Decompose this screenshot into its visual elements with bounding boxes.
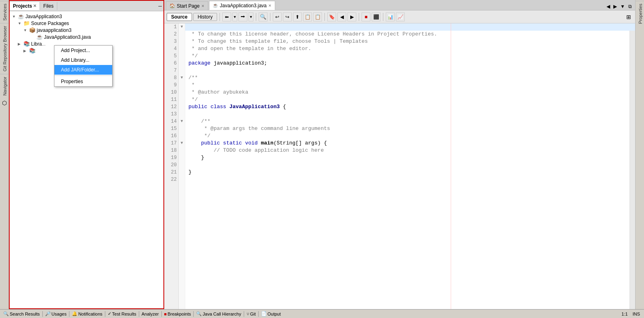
toolbar-btn-4[interactable]: ↪ (283, 13, 292, 21)
toolbar-btn-dropdown[interactable]: ▼ (232, 13, 237, 21)
toolbar-btn-1[interactable]: ⬅ (222, 13, 231, 21)
tab-start-page[interactable]: 🏠 Start Page ✕ (166, 1, 208, 10)
line-number: 13 (164, 111, 178, 118)
line-number: 16 (164, 132, 178, 140)
tree-root[interactable]: ▼ ☕ JavaApplication3 (11, 13, 162, 20)
code-line: public class JavaApplication3 { (188, 103, 626, 111)
tab-java-file[interactable]: ☕ JavaApplication3.java ✕ (209, 1, 275, 10)
git-repo-browser-icon[interactable]: Git Repository Browser (0, 23, 8, 74)
line-number: 12 (164, 103, 178, 111)
code-line: // TODO code application logic here (188, 147, 626, 154)
line-number: 4 (164, 45, 178, 52)
toolbar-btn-dropdown2[interactable]: ▼ (249, 13, 253, 21)
line-number: 18 (164, 147, 178, 154)
line-number: 8 (164, 74, 178, 82)
toolbar-btn-2[interactable]: ⮕ (238, 13, 247, 21)
code-line: package javaapplication3; (188, 60, 626, 67)
tree-source-packages[interactable]: ▼ 📁 Source Packages (11, 20, 162, 27)
toolbar-btn-6[interactable]: 📋 (303, 13, 312, 21)
code-line (188, 67, 626, 74)
context-menu-add-jar[interactable]: Add JAR/Folder... (54, 65, 112, 75)
editor-tab-nav-fwd[interactable]: ▶ (612, 3, 619, 10)
toolbar-btn-9[interactable]: 📈 (396, 13, 405, 21)
palette-icon[interactable]: ⬡ (0, 98, 8, 108)
line-number: 22 (164, 176, 178, 183)
line-number: 6 (164, 60, 178, 67)
line-number: 15 (164, 125, 178, 132)
properties-sidebar[interactable]: Properties (636, 1, 644, 26)
line-numbers: 1 2 3 4 5 6 7 8 9 10 11 12 13 14 15 16 1 (164, 23, 179, 309)
java-file-close[interactable]: ✕ (268, 4, 272, 8)
source-button[interactable]: Source (167, 13, 192, 21)
tree-file[interactable]: ☕ JavaApplication3.java (11, 33, 162, 40)
code-line: public static void main(String[] args) { (188, 140, 626, 147)
fold-marker[interactable]: ▼ (179, 23, 185, 31)
context-menu-add-library[interactable]: Add Library... (54, 55, 112, 65)
code-line: * and open the template in the editor. (188, 45, 626, 52)
code-line (188, 176, 626, 183)
files-tab[interactable]: Files (40, 2, 57, 10)
editor-tab-nav-back[interactable]: ◀ (605, 3, 612, 10)
editor-tab-menu[interactable]: ▼ (619, 3, 627, 10)
projects-tab[interactable]: Projects ✕ (10, 2, 40, 10)
code-line: /** (188, 118, 626, 125)
code-line: * To change this template file, choose T… (188, 38, 626, 45)
code-line: */ (188, 132, 626, 140)
toolbar-toggle-bookmark[interactable]: 🔖 (327, 13, 336, 21)
bottom-breakpoints[interactable]: ■ Breakpoints (163, 312, 193, 316)
bottom-search-results[interactable]: 🔍 Search Results (2, 311, 42, 316)
toolbar-stop[interactable]: ⬛ (372, 13, 381, 21)
code-line: * @param args the command line arguments (188, 125, 626, 132)
navigator-icon[interactable]: Navigator (0, 74, 8, 98)
line-number: 3 (164, 38, 178, 45)
bottom-output[interactable]: 📄 Output (259, 311, 282, 316)
line-number: 7 (164, 67, 178, 74)
history-button[interactable]: History (193, 13, 217, 21)
line-number: 17 (164, 140, 178, 147)
toolbar-next-bookmark[interactable]: ▶ (347, 13, 356, 21)
toolbar-btn-8[interactable]: 📊 (386, 13, 395, 21)
bottom-test-results[interactable]: ✓ Test Results (106, 311, 138, 316)
toolbar-btn-3[interactable]: ↩ (273, 13, 282, 21)
code-line: /** (188, 74, 626, 82)
projects-tab-close[interactable]: ✕ (33, 4, 36, 8)
panel-minimize[interactable]: ─ (158, 3, 162, 9)
bottom-call-hierarchy[interactable]: 🔍 Java Call Hierarchy (194, 311, 243, 316)
toolbar-run[interactable]: ■ (362, 13, 370, 21)
expand-editor[interactable]: ⊞ (625, 13, 633, 21)
start-page-close[interactable]: ✕ (201, 4, 205, 8)
code-line: } (188, 169, 626, 176)
bottom-usages[interactable]: 🔎 Usages (44, 311, 68, 316)
context-menu: Add Project... Add Library... Add JAR/Fo… (54, 45, 113, 87)
fold-marker[interactable]: ▼ (179, 74, 185, 82)
services-sidebar-icon[interactable]: Services (0, 1, 8, 23)
code-line: */ (188, 52, 626, 60)
status-position: 1:1 (619, 312, 630, 316)
fold-marker[interactable]: ▼ (179, 118, 185, 125)
bottom-git[interactable]: ⑂ Git (245, 312, 257, 316)
fold-gutter: ▼ ▼ ▼ ▼ (179, 23, 185, 309)
tree-package[interactable]: ▼ 📦 javaapplication3 (11, 27, 162, 33)
line-number: 1 (164, 23, 178, 31)
toolbar-btn-7[interactable]: 📋 (313, 13, 322, 21)
toolbar-prev-bookmark[interactable]: ◀ (337, 13, 346, 21)
line-number: 10 (164, 89, 178, 96)
line-number: 21 (164, 169, 178, 176)
code-line: /* (188, 23, 626, 31)
code-line: * @author aybukeka (188, 89, 626, 96)
toolbar-find[interactable]: 🔍 (259, 13, 268, 21)
restore-window[interactable]: ⧉ (627, 3, 634, 10)
toolbar-btn-5[interactable]: ⬆ (293, 13, 302, 21)
code-content[interactable]: /* * To change this license header, choo… (185, 23, 629, 309)
code-line: * (188, 82, 626, 89)
context-menu-properties[interactable]: Properties (54, 77, 112, 86)
fold-marker[interactable]: ▼ (179, 140, 185, 147)
line-number: 9 (164, 82, 178, 89)
context-menu-add-project[interactable]: Add Project... (54, 46, 112, 55)
line-number: 11 (164, 96, 178, 103)
code-line: * To change this license header, choose … (188, 31, 626, 38)
bottom-notifications[interactable]: 🔔 Notifications (70, 311, 104, 316)
bottom-analyzer[interactable]: Analyzer (140, 312, 161, 316)
status-ins: INS (630, 312, 642, 316)
code-line: */ (188, 96, 626, 103)
